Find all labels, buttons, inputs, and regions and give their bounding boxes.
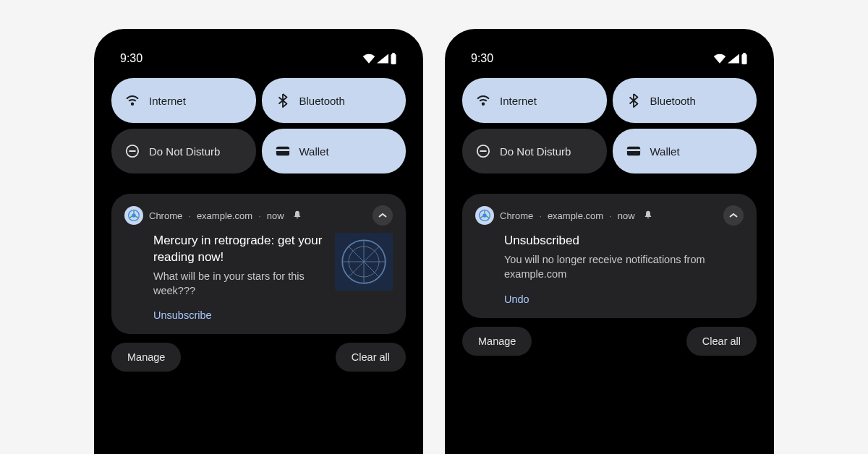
wifi-icon — [362, 53, 375, 64]
qs-tile-label: Bluetooth — [650, 95, 696, 107]
chevron-up-icon — [378, 213, 388, 218]
unsubscribe-button[interactable]: Unsubscribe — [124, 309, 393, 321]
notification-body: Mercury in retrograde: get your reading … — [124, 233, 393, 298]
status-bar: 9:30 — [459, 52, 760, 78]
notification-subtitle: What will be in your stars for this week… — [153, 269, 325, 299]
qs-tile-bluetooth[interactable]: Bluetooth — [613, 78, 757, 123]
qs-tile-bluetooth[interactable]: Bluetooth — [262, 78, 407, 123]
clock: 9:30 — [120, 52, 142, 65]
clock: 9:30 — [471, 52, 493, 65]
dnd-icon — [475, 143, 491, 159]
notification-time: now — [267, 210, 284, 221]
quick-settings-grid: Internet Bluetooth Do Not Disturb Wallet — [459, 78, 760, 174]
wifi-icon — [713, 53, 726, 64]
qs-tile-label: Do Not Disturb — [149, 145, 220, 158]
notification-body: Unsubscribed You will no longer receive … — [475, 233, 744, 282]
wifi-icon — [475, 93, 491, 108]
notification-app: Chrome — [500, 210, 533, 221]
collapse-button[interactable] — [723, 205, 744, 226]
notification-subtitle: You will no longer receive notifications… — [504, 252, 744, 282]
qs-tile-label: Internet — [500, 95, 537, 107]
separator-dot: · — [609, 210, 612, 221]
svg-point-2 — [132, 103, 133, 105]
notification-card[interactable]: Chrome · example.com · now Unsubscribed … — [462, 194, 757, 318]
wallet-icon — [626, 143, 642, 159]
clear-all-button[interactable]: Clear all — [336, 343, 406, 372]
notification-header: Chrome · example.com · now — [124, 205, 393, 226]
notification-title: Mercury in retrograde: get your reading … — [153, 233, 325, 266]
qs-tile-label: Wallet — [650, 145, 680, 158]
separator-dot: · — [188, 210, 191, 221]
chrome-icon — [124, 206, 143, 225]
phone-mockup-right: 9:30 Internet Bluetooth Do Not Disturb — [445, 29, 774, 454]
qs-tile-wallet[interactable]: Wallet — [262, 129, 407, 174]
clear-all-button[interactable]: Clear all — [686, 327, 757, 356]
bell-icon — [293, 210, 302, 221]
notification-app: Chrome — [149, 210, 182, 221]
bell-icon — [644, 210, 652, 221]
notification-footer: Manage Clear all — [462, 327, 757, 356]
signal-icon — [377, 53, 388, 64]
qs-tile-label: Bluetooth — [299, 95, 345, 107]
phone-screen: 9:30 Internet Bluetooth Do Not Disturb — [452, 36, 767, 454]
manage-button[interactable]: Manage — [111, 343, 181, 372]
wifi-icon — [124, 93, 140, 108]
collapse-button[interactable] — [373, 205, 393, 226]
manage-button[interactable]: Manage — [462, 327, 532, 356]
chrome-icon — [475, 206, 494, 225]
notification-footer: Manage Clear all — [111, 343, 406, 372]
status-icons — [362, 53, 397, 64]
svg-point-17 — [482, 103, 484, 105]
undo-button[interactable]: Undo — [475, 294, 744, 305]
notification-header: Chrome · example.com · now — [475, 205, 744, 226]
qs-tile-dnd[interactable]: Do Not Disturb — [111, 129, 256, 174]
chevron-up-icon — [728, 213, 739, 218]
signal-icon — [728, 53, 739, 64]
svg-point-8 — [132, 213, 135, 217]
notification-title: Unsubscribed — [504, 233, 744, 249]
qs-tile-internet[interactable]: Internet — [462, 78, 607, 123]
svg-rect-0 — [391, 54, 396, 64]
status-bar: 9:30 — [109, 52, 409, 78]
bluetooth-icon — [275, 93, 291, 108]
battery-icon — [741, 53, 748, 64]
qs-tile-label: Wallet — [299, 145, 329, 158]
phone-screen: 9:30 Internet Bluetooth Do Not Disturb — [101, 36, 416, 454]
svg-rect-21 — [626, 149, 639, 151]
separator-dot: · — [258, 210, 261, 221]
bluetooth-icon — [626, 93, 642, 108]
svg-rect-6 — [276, 149, 289, 151]
notification-site: example.com — [548, 210, 603, 221]
svg-rect-1 — [392, 53, 395, 54]
dnd-icon — [124, 143, 140, 159]
notification-time: now — [618, 210, 635, 221]
wallet-icon — [275, 143, 291, 159]
notification-site: example.com — [197, 210, 252, 221]
status-icons — [713, 53, 748, 64]
notification-card[interactable]: Chrome · example.com · now Mercury in re… — [111, 194, 406, 334]
qs-tile-label: Internet — [149, 95, 186, 107]
svg-point-23 — [482, 213, 486, 217]
svg-rect-15 — [741, 54, 746, 64]
qs-tile-wallet[interactable]: Wallet — [613, 129, 757, 174]
phone-mockup-left: 9:30 Internet Bluetooth Do Not Disturb — [94, 29, 423, 454]
separator-dot: · — [539, 210, 542, 221]
qs-tile-label: Do Not Disturb — [500, 145, 571, 158]
qs-tile-dnd[interactable]: Do Not Disturb — [462, 129, 607, 174]
svg-rect-16 — [743, 53, 746, 54]
battery-icon — [390, 53, 397, 64]
quick-settings-grid: Internet Bluetooth Do Not Disturb Wallet — [109, 78, 409, 174]
qs-tile-internet[interactable]: Internet — [111, 78, 256, 123]
notification-image — [335, 233, 393, 291]
